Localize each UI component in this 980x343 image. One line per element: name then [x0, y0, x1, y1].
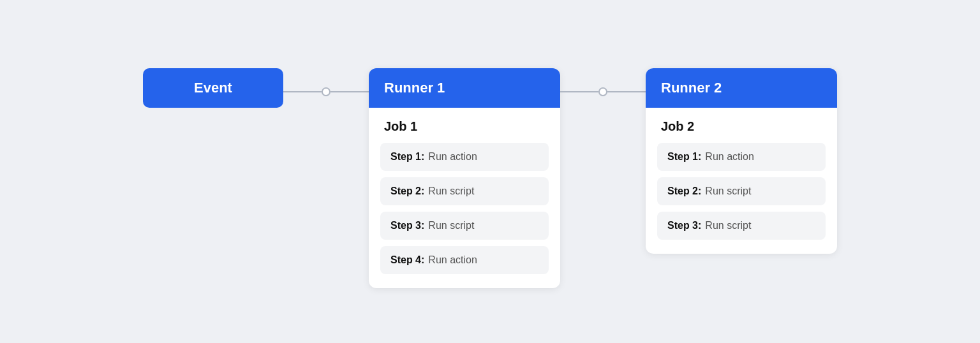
runner2-body: Job 2 Step 1: Run action Step 2: Run scr…: [646, 108, 837, 254]
event-node-group: Event: [143, 68, 369, 108]
runner1-group: Runner 1 Job 1 Step 1: Run action Step 2…: [369, 68, 646, 288]
runner2-step-3: Step 3: Run script: [657, 212, 826, 240]
runner2-step1-label: Step 1:: [667, 151, 701, 163]
runner1-step2-value: Run script: [428, 186, 474, 197]
runner2-group: Runner 2 Job 2 Step 1: Run action Step 2…: [646, 68, 837, 254]
runner2-step-1: Step 1: Run action: [657, 143, 826, 171]
connector-dot-1: [322, 87, 330, 96]
connector-line-1: [283, 91, 322, 92]
runner1-step3-value: Run script: [428, 220, 474, 231]
runner2-step1-value: Run action: [705, 151, 754, 163]
runner1-title: Runner 1: [384, 80, 445, 96]
runner1-step-4: Step 4: Run action: [380, 246, 549, 274]
runner2-step2-label: Step 2:: [667, 186, 701, 197]
runner2-job-title: Job 2: [657, 119, 826, 134]
runner2-title: Runner 2: [661, 80, 722, 96]
connector-line-4: [607, 91, 646, 92]
runner1-job-title: Job 1: [380, 119, 549, 134]
event-label: Event: [194, 80, 232, 96]
runner1-step4-label: Step 4:: [390, 254, 424, 266]
runner1-body: Job 1 Step 1: Run action Step 2: Run scr…: [369, 108, 560, 288]
runner2-step3-value: Run script: [705, 220, 751, 231]
runner1-step1-label: Step 1:: [390, 151, 424, 163]
workflow-diagram: Event Runner 1 Job 1 Step 1: Run action …: [143, 55, 837, 288]
runner2-step-2: Step 2: Run script: [657, 177, 826, 205]
connector-line-3: [560, 91, 598, 92]
connector-dot-2: [598, 87, 607, 96]
connector-line-2: [330, 91, 369, 92]
runner2-step2-value: Run script: [705, 186, 751, 197]
connector-event-runner1: [283, 87, 369, 96]
runner1-step-3: Step 3: Run script: [380, 212, 549, 240]
runner2-step3-label: Step 3:: [667, 220, 701, 231]
event-node: Event: [143, 68, 283, 108]
runner1-header: Runner 1: [369, 68, 560, 108]
runner1-card: Runner 1 Job 1 Step 1: Run action Step 2…: [369, 68, 560, 288]
connector-runner1-runner2: [560, 87, 646, 96]
runner1-step3-label: Step 3:: [390, 220, 424, 231]
runner1-step-1: Step 1: Run action: [380, 143, 549, 171]
runner2-card: Runner 2 Job 2 Step 1: Run action Step 2…: [646, 68, 837, 254]
runner1-step-2: Step 2: Run script: [380, 177, 549, 205]
runner1-step4-value: Run action: [428, 254, 477, 266]
runner1-step2-label: Step 2:: [390, 186, 424, 197]
runner2-header: Runner 2: [646, 68, 837, 108]
runner1-step1-value: Run action: [428, 151, 477, 163]
